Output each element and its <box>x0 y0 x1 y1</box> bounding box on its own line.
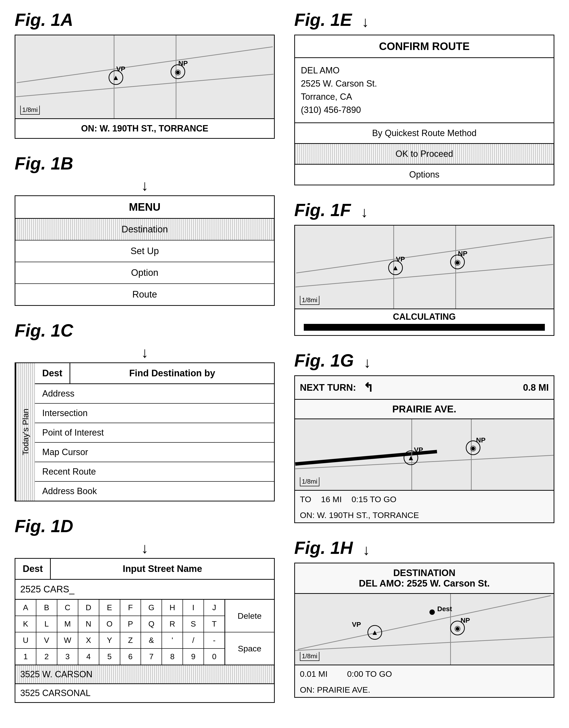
fig-1d-section: Fig. 1D ↓ Dest Input Street Name 2525 CA… <box>15 516 275 703</box>
fig-1f-section: Fig. 1F ↓ ▲ VP ◉ NP 1/8mi <box>294 200 554 336</box>
dest-header-row: Dest Find Destination by <box>35 363 274 384</box>
menu-item-setup[interactable]: Set Up <box>15 240 274 262</box>
to-distance: 16 MI <box>321 495 342 504</box>
on-bar-g: ON: W. 190TH ST., TORRANCE <box>295 508 554 522</box>
fig-1h-map-area: Dest ▲ VP ◉ NP 1/8mi <box>295 594 554 665</box>
fig-1f-label: Fig. 1F <box>294 200 351 220</box>
suggestion-normal[interactable]: 3525 CARSONAL <box>15 683 274 702</box>
key-V[interactable]: V <box>36 632 57 648</box>
today-plan-tab: Today's Plan <box>15 363 35 501</box>
key-4[interactable]: 4 <box>78 649 99 665</box>
fig-1g-section: Fig. 1G ↓ NEXT TURN: ↰ 0.8 MI PRAIRIE AV… <box>294 350 554 523</box>
input-street-header: Input Street Name <box>51 559 274 579</box>
dest-final-bar: 0.01 MI 0:00 TO GO <box>295 665 554 683</box>
input-dest-tab[interactable]: Dest <box>15 559 51 579</box>
fig-1g-map-area: ▲ VP ◉ NP 1/8mi <box>295 419 554 490</box>
find-destination-header: Find Destination by <box>70 363 274 383</box>
space-button[interactable]: Space <box>225 632 274 665</box>
fig-1d-input-panel: Dest Input Street Name 2525 CARS_ A B C … <box>15 558 275 703</box>
key-C[interactable]: C <box>57 600 78 616</box>
key-H[interactable]: H <box>162 600 183 616</box>
suggestion-highlighted[interactable]: 3525 W. CARSON <box>15 665 274 683</box>
key-G[interactable]: G <box>141 600 162 616</box>
np-label-g: NP <box>476 436 486 444</box>
delete-button[interactable]: Delete <box>225 600 274 632</box>
key-slash[interactable]: / <box>183 632 204 648</box>
key-7[interactable]: 7 <box>141 649 162 665</box>
to-label: TO <box>300 495 311 504</box>
key-I[interactable]: I <box>183 600 204 616</box>
ok-proceed-button[interactable]: OK to Proceed <box>295 144 554 165</box>
key-9[interactable]: 9 <box>183 649 204 665</box>
key-Y[interactable]: Y <box>99 632 120 648</box>
key-dash[interactable]: - <box>204 632 224 648</box>
key-R[interactable]: R <box>162 616 183 632</box>
key-D[interactable]: D <box>78 600 99 616</box>
turn-arrow-icon: ↰ <box>363 380 374 395</box>
key-L[interactable]: L <box>36 616 57 632</box>
fig-1e-confirm-panel: CONFIRM ROUTE DEL AMO 2525 W. Carson St.… <box>294 35 554 185</box>
dest-tab[interactable]: Dest <box>35 363 70 383</box>
input-value[interactable]: 2525 CARS_ <box>20 584 74 594</box>
dest-item-address-book[interactable]: Address Book <box>35 482 274 501</box>
key-P[interactable]: P <box>120 616 141 632</box>
dest-item-recent-route[interactable]: Recent Route <box>35 462 274 482</box>
address-line1: DEL AMO <box>301 64 548 77</box>
key-O[interactable]: O <box>99 616 120 632</box>
menu-item-route[interactable]: Route <box>15 284 274 305</box>
menu-item-destination[interactable]: Destination <box>15 219 274 240</box>
fig-1h-map: DESTINATION DEL AMO: 2525 W. Carson St. … <box>294 563 554 698</box>
key-A[interactable]: A <box>15 600 36 616</box>
fig-1c-dest-panel: Today's Plan Dest Find Destination by Ad… <box>15 362 275 501</box>
key-2[interactable]: 2 <box>36 649 57 665</box>
key-T[interactable]: T <box>204 616 224 632</box>
key-8[interactable]: 8 <box>162 649 183 665</box>
destination-header: DESTINATION DEL AMO: 2525 W. Carson St. <box>295 563 554 594</box>
address-line2: 2525 W. Carson St. <box>301 77 548 90</box>
key-1[interactable]: 1 <box>15 649 36 665</box>
fig-1g-arrow: ↓ <box>364 355 371 370</box>
key-3[interactable]: 3 <box>57 649 78 665</box>
fig-1h-label: Fig. 1H <box>294 538 353 558</box>
key-S[interactable]: S <box>183 616 204 632</box>
scale-label: 1/8mi <box>20 106 40 115</box>
dest-time-go: 0:00 TO GO <box>347 669 392 679</box>
next-turn-label: NEXT TURN: <box>300 382 356 393</box>
key-5[interactable]: 5 <box>99 649 120 665</box>
key-6[interactable]: 6 <box>120 649 141 665</box>
dest-header1: DESTINATION <box>300 568 549 578</box>
key-B[interactable]: B <box>36 600 57 616</box>
dest-item-map-cursor[interactable]: Map Cursor <box>35 443 274 462</box>
key-K[interactable]: K <box>15 616 36 632</box>
vp-label: VP <box>116 65 125 73</box>
calculating-text: CALCULATING <box>300 312 549 322</box>
keyboard-area: A B C D E F G H I J K <box>15 600 274 665</box>
key-M[interactable]: M <box>57 616 78 632</box>
key-0[interactable]: 0 <box>204 649 224 665</box>
key-E[interactable]: E <box>99 600 120 616</box>
vp-label-h: VP <box>352 621 361 628</box>
key-Q[interactable]: Q <box>141 616 162 632</box>
key-apos[interactable]: ' <box>162 632 183 648</box>
key-W[interactable]: W <box>57 632 78 648</box>
key-F[interactable]: F <box>120 600 141 616</box>
fig-1a-label: Fig. 1A <box>15 10 275 30</box>
dest-distance: 0.01 MI <box>300 669 328 679</box>
dest-item-poi[interactable]: Point of Interest <box>35 423 274 443</box>
np-label-f: NP <box>458 250 468 258</box>
key-J[interactable]: J <box>204 600 224 616</box>
menu-item-option[interactable]: Option <box>15 262 274 284</box>
key-row-3: U V W X Y Z & ' / - <box>15 632 224 649</box>
key-N[interactable]: N <box>78 616 99 632</box>
calculating-progress-bar <box>304 324 545 331</box>
dest-item-intersection[interactable]: Intersection <box>35 404 274 423</box>
dest-item-address[interactable]: Address <box>35 384 274 404</box>
key-amp[interactable]: & <box>141 632 162 648</box>
key-U[interactable]: U <box>15 632 36 648</box>
fig-1c-section: Fig. 1C ↓ Today's Plan Dest Find Destina… <box>15 320 275 501</box>
key-Z[interactable]: Z <box>120 632 141 648</box>
options-button[interactable]: Options <box>295 165 554 185</box>
fig-1b-arrow: ↓ <box>15 178 275 193</box>
fig-1a-map: ▲ VP ◉ NP 1/8mi ON: W. 190TH ST., TORRAN… <box>15 35 275 139</box>
key-X[interactable]: X <box>78 632 99 648</box>
